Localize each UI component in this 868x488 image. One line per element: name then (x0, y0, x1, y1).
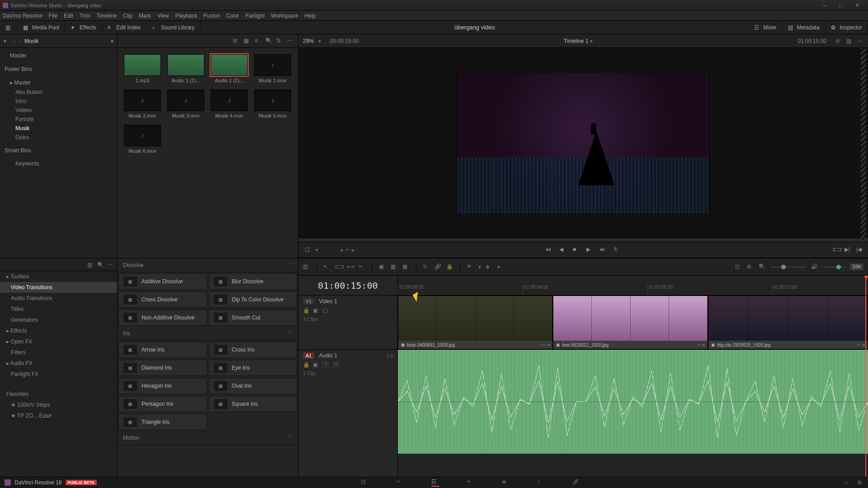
media-pool-toggle[interactable]: ▦Media Pool (18, 21, 65, 34)
metadata-toggle[interactable]: ▤Metadata (783, 21, 826, 34)
fx-tree-audio-transitions[interactable]: Audio Transitions (0, 293, 117, 304)
playhead[interactable] (865, 276, 866, 477)
fx-tree-fairlight-fx[interactable]: Fairlight FX (0, 369, 117, 380)
clip-thumbnail[interactable] (167, 89, 204, 111)
audio-track-header[interactable]: A1 Audio 1 2.0 🔒 ▣ S M 1 Clip (298, 350, 397, 477)
match-frame-icon[interactable]: ⊏⊐ (833, 246, 840, 253)
media-clip[interactable]: Musik 6.mov (124, 125, 161, 154)
play-icon[interactable]: ▶ (586, 246, 594, 253)
lock-icon[interactable]: 🔒 (446, 263, 453, 271)
media-clip[interactable]: Audio 1 (1)... (167, 54, 204, 83)
media-clip[interactable]: Audio 1 (2)... (211, 54, 248, 83)
fx-item[interactable]: ◼Diamond Iris (118, 360, 207, 376)
audio-track-1[interactable] (398, 350, 868, 454)
menu-workspace[interactable]: Workspace (271, 13, 298, 19)
volume-icon[interactable]: 🔊 (811, 263, 818, 271)
menu-fusion[interactable]: Fusion (203, 13, 220, 19)
v1-badge[interactable]: V1 (303, 298, 314, 305)
fx-layout-icon[interactable]: ▥ (87, 262, 94, 268)
sound-library-toggle[interactable]: ♪Sound Library (146, 21, 201, 34)
mixer-toggle[interactable]: ☳Mixer (749, 21, 782, 34)
v1-auto-select-icon[interactable]: ▣ (313, 307, 319, 314)
menu-fairlight[interactable]: Fairlight (245, 13, 265, 19)
bin-list-icon[interactable]: ▾ (4, 38, 10, 44)
menu-mark[interactable]: Mark (139, 13, 151, 19)
menu-edit[interactable]: Edit (64, 13, 73, 19)
fx-tree-filters[interactable]: Filters (0, 347, 117, 358)
video-track-header[interactable]: V1 Video 1 🔒 ▣ ▢ 3 Clips (298, 296, 397, 350)
home-icon[interactable]: ⌂ (844, 479, 851, 486)
menu-view[interactable]: View (157, 13, 169, 19)
fx-tree-audio-fx[interactable]: ▸ Audio FX (0, 358, 117, 369)
clip-thumbnail[interactable] (254, 89, 291, 111)
fx-category-header[interactable]: Iris⌃ (118, 327, 298, 341)
a1-badge[interactable]: A1 (303, 352, 314, 359)
replace-icon[interactable]: ▩ (402, 263, 410, 271)
viewer-zoom[interactable]: 29% (303, 38, 314, 44)
video-clip[interactable]: big-city-2926633_1920.jpg〰 ◆ (708, 296, 868, 349)
zoom-custom-icon[interactable]: 🔍 (759, 263, 766, 271)
fx-item[interactable]: ◼Hexagon Iris (118, 378, 207, 394)
fx-item[interactable]: ◼Cross Iris (209, 342, 297, 358)
clip-thumbnail[interactable] (124, 89, 161, 111)
insert-icon[interactable]: ▣ (379, 263, 386, 271)
fx-tree-titles[interactable]: Titles (0, 304, 117, 314)
menu-trim[interactable]: Trim (80, 13, 90, 19)
stop-icon[interactable]: ■ (573, 246, 580, 253)
window-close-button[interactable]: ✕ (849, 0, 865, 10)
clip-thumbnail[interactable] (124, 54, 161, 76)
video-track-1[interactable]: bear-3400641_1920.jpg〰 ◆bee-5618012_1920… (398, 296, 868, 350)
bin-outro[interactable]: Outro (0, 133, 117, 142)
media-clip[interactable]: Musik 2.mov (124, 89, 161, 118)
menu-clip[interactable]: Clip (123, 13, 132, 19)
fusion-page-icon[interactable]: ✦ (467, 479, 475, 487)
project-settings-icon[interactable]: ⚙ (857, 479, 863, 486)
v1-lock-icon[interactable]: 🔒 (303, 307, 309, 314)
fx-item[interactable]: ◼Oval Iris (209, 378, 297, 394)
go-last-icon[interactable]: ⏭ (600, 246, 607, 253)
go-first-icon[interactable]: ⏮ (546, 246, 553, 253)
power-master-bin[interactable]: ▸ Master (0, 78, 117, 88)
menubar[interactable]: DaVinci ResolveFileEditTrimTimelineClipM… (0, 11, 868, 21)
dual-view-icon[interactable]: ▥ (846, 38, 853, 44)
fx-tree-generators[interactable]: Generators (0, 314, 117, 325)
loop-icon[interactable]: ↻ (613, 246, 621, 253)
menu-color[interactable]: Color (226, 13, 239, 19)
bin-fortnite[interactable]: Fortnite (0, 115, 117, 124)
media-clip[interactable]: 1.mp3 (124, 54, 161, 83)
next-edit-icon[interactable]: ▸ (352, 247, 354, 253)
favorite-item[interactable]: ★ TP ZO... Ease (0, 410, 117, 421)
bin-videos[interactable]: Videos (0, 106, 117, 115)
zoom-detail-icon[interactable]: ⊞ (747, 263, 754, 271)
viewer-canvas[interactable] (298, 48, 868, 238)
overwrite-icon[interactable]: ▦ (391, 263, 398, 271)
viewer-options-icon[interactable]: ⋯ (857, 38, 863, 44)
bin-musik[interactable]: Musik (0, 124, 117, 133)
dynamic-trim-icon[interactable]: ⟷ (347, 263, 354, 271)
keywords-smart-bin[interactable]: Keywords (0, 159, 117, 168)
link-icon[interactable]: 🔗 (434, 263, 442, 271)
pen-tool-icon[interactable]: ✎ (423, 263, 430, 271)
fx-item[interactable]: ◼Square Iris (209, 396, 297, 412)
menu-davinci-resolve[interactable]: DaVinci Resolve (3, 13, 42, 19)
zoom-window-icon[interactable]: ⊡ (735, 263, 742, 271)
fx-tree-video-transitions[interactable]: Video Transitions (0, 282, 117, 293)
inspector-toggle[interactable]: ✿Inspector (826, 21, 868, 34)
timeline-view-icon[interactable]: ▥ (303, 263, 310, 271)
marker-icon[interactable]: ◆ (486, 263, 493, 271)
pool-thumb-icon[interactable]: ▦ (244, 38, 251, 45)
window-maximize-button[interactable]: □ (833, 0, 849, 10)
cut-page-icon[interactable]: ✂ (396, 479, 404, 487)
sort-icon[interactable]: ⇅ (276, 38, 283, 45)
pool-list-icon[interactable]: ≡ (255, 38, 262, 45)
edit-page-icon[interactable]: ☷ (431, 479, 439, 487)
fx-search-icon[interactable]: 🔍 (97, 262, 104, 268)
fx-item[interactable]: ◼Dip To Color Dissolve (209, 291, 297, 308)
edit-index-toggle[interactable]: ≡Edit Index (102, 21, 146, 34)
fx-item[interactable]: ◼Arrow Iris (118, 342, 207, 358)
nav-back-icon[interactable]: ‹ (14, 38, 15, 44)
media-clip[interactable]: Musik 4.mov (211, 89, 248, 118)
v1-disable-icon[interactable]: ▢ (323, 307, 329, 314)
deliver-page-icon[interactable]: 🚀 (572, 479, 580, 487)
dim-button[interactable]: DIM (850, 263, 863, 270)
